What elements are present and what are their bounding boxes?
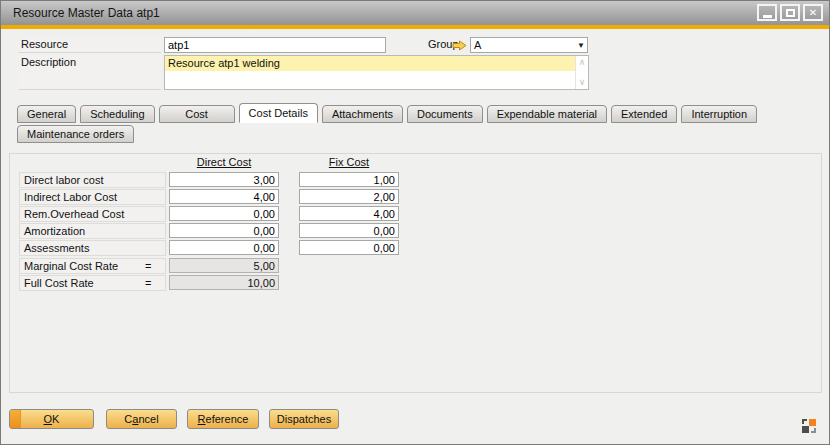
tab-expendable-material[interactable]: Expendable material — [487, 105, 607, 123]
tab-cost-details[interactable]: Cost Details — [239, 103, 318, 123]
tab-interruption[interactable]: Interruption — [681, 105, 757, 123]
close-button[interactable]: ✕ — [803, 4, 823, 21]
window-controls: ✕ — [757, 4, 823, 21]
row-label-assessments: Assessments — [19, 240, 166, 256]
window-resize-grip-icon[interactable] — [800, 417, 818, 435]
tab-maintenance-orders[interactable]: Maintenance orders — [17, 125, 134, 143]
description-selected-line[interactable]: Resource atp1 welding — [165, 56, 575, 71]
description-label: Description — [19, 55, 161, 90]
resource-master-data-window: Resource Master Data atp1 ✕ Resource Gro… — [0, 0, 830, 445]
cancel-button[interactable]: Cancel — [106, 409, 177, 429]
close-icon: ✕ — [809, 8, 817, 18]
marginal-cost-rate-value: 5,00 — [169, 258, 279, 273]
rem-overhead-cost-direct-input[interactable] — [169, 206, 279, 221]
window-title: Resource Master Data atp1 — [1, 6, 160, 20]
tab-documents[interactable]: Documents — [407, 105, 483, 123]
tab-extended[interactable]: Extended — [611, 105, 677, 123]
tab-scheduling[interactable]: Scheduling — [80, 105, 154, 123]
minimize-icon — [763, 15, 772, 18]
default-button-stripe — [10, 410, 21, 428]
group-select[interactable]: A ▼ — [470, 37, 588, 53]
marginal-cost-rate-label: Marginal Cost Rate — [24, 260, 118, 272]
ok-button[interactable]: OK — [9, 409, 94, 429]
row-label-amortization: Amortization — [19, 223, 166, 239]
link-arrow-icon[interactable] — [452, 40, 467, 51]
equals-sign: = — [145, 277, 151, 289]
group-label: Group — [426, 37, 450, 53]
resource-label: Resource — [19, 37, 161, 53]
row-label-full-cost-rate: Full Cost Rate = — [19, 275, 166, 291]
rem-overhead-cost-fix-input[interactable] — [299, 206, 399, 221]
amortization-direct-input[interactable] — [169, 223, 279, 238]
assessments-fix-input[interactable] — [299, 240, 399, 255]
full-cost-rate-label: Full Cost Rate — [24, 277, 94, 289]
fix-cost-column-header: Fix Cost — [299, 156, 399, 168]
tab-bar-row2: Maintenance orders — [17, 124, 134, 143]
tab-bar-row1: General Scheduling Cost Cost Details Att… — [17, 103, 757, 123]
resource-input[interactable] — [164, 37, 386, 53]
window-titlebar[interactable]: Resource Master Data atp1 ✕ — [1, 1, 829, 25]
scroll-down-icon[interactable]: ∨ — [579, 78, 586, 87]
row-label-rem-overhead-cost: Rem.Overhead Cost — [19, 206, 166, 222]
tab-attachments[interactable]: Attachments — [322, 105, 403, 123]
reference-button[interactable]: Reference — [187, 409, 259, 429]
direct-labor-cost-direct-input[interactable] — [169, 172, 279, 187]
amortization-fix-input[interactable] — [299, 223, 399, 238]
assessments-direct-input[interactable] — [169, 240, 279, 255]
titlebar-accent-line — [1, 25, 829, 29]
description-textarea[interactable]: Resource atp1 welding ∧ ∨ — [164, 55, 589, 90]
row-label-direct-labor-cost: Direct labor cost — [19, 172, 166, 188]
indirect-labor-cost-direct-input[interactable] — [169, 189, 279, 204]
tab-general[interactable]: General — [17, 105, 76, 123]
direct-labor-cost-fix-input[interactable] — [299, 172, 399, 187]
indirect-labor-cost-fix-input[interactable] — [299, 189, 399, 204]
dispatches-button[interactable]: Dispatches — [269, 409, 339, 429]
minimize-button[interactable] — [757, 4, 777, 21]
maximize-button[interactable] — [780, 4, 800, 21]
row-label-indirect-labor-cost: Indirect Labor Cost — [19, 189, 166, 205]
row-label-marginal-cost-rate: Marginal Cost Rate = — [19, 258, 166, 274]
description-scrollbar[interactable]: ∧ ∨ — [575, 56, 588, 89]
maximize-icon — [786, 9, 795, 17]
full-cost-rate-value: 10,00 — [169, 275, 279, 290]
direct-cost-column-header: Direct Cost — [169, 156, 279, 168]
scroll-up-icon[interactable]: ∧ — [579, 58, 586, 67]
chevron-down-icon: ▼ — [577, 41, 585, 50]
tab-cost[interactable]: Cost — [159, 105, 235, 123]
group-selected-value: A — [474, 39, 481, 51]
equals-sign: = — [145, 260, 151, 272]
